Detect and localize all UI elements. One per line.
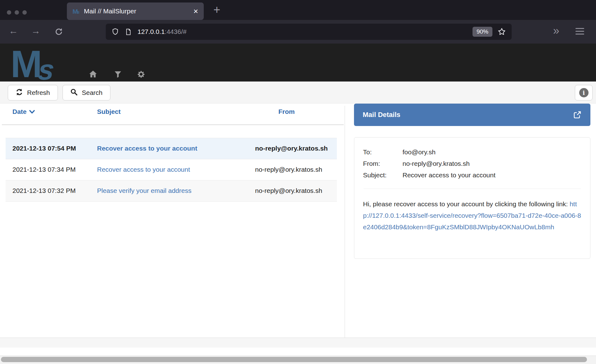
bottom-band bbox=[0, 338, 596, 348]
tab-close-icon[interactable]: × bbox=[193, 7, 198, 15]
url-port-path: :4436/# bbox=[165, 28, 187, 35]
window-dot-icon[interactable] bbox=[15, 10, 19, 15]
shield-icon[interactable] bbox=[111, 28, 119, 36]
page-icon[interactable] bbox=[125, 28, 132, 36]
window-controls[interactable] bbox=[7, 10, 27, 15]
table-row[interactable]: 2021-12-13 07:54 PM Recover access to yo… bbox=[6, 138, 337, 159]
new-tab-button[interactable]: + bbox=[213, 3, 220, 16]
filter-icon[interactable] bbox=[114, 70, 122, 80]
field-subject: Subject: Recover access to your account bbox=[363, 169, 581, 181]
mail-from: no-reply@ory.kratos.sh bbox=[248, 185, 337, 196]
url-bar[interactable]: 127.0.0.1:4436/# 90% bbox=[106, 24, 512, 40]
toolbar-overflow-icon[interactable]: » bbox=[553, 24, 559, 37]
details-divider bbox=[364, 189, 581, 189]
action-bar: Refresh Search i bbox=[0, 82, 596, 104]
subject-value: Recover access to your account bbox=[403, 169, 496, 181]
mail-details-title: Mail Details bbox=[363, 111, 400, 119]
search-button[interactable]: Search bbox=[63, 85, 110, 100]
mail-subject-link[interactable]: Recover access to your account bbox=[97, 166, 190, 173]
field-from: From: no-reply@ory.kratos.sh bbox=[363, 158, 581, 169]
from-value: no-reply@ory.kratos.sh bbox=[403, 158, 470, 169]
back-icon[interactable]: ← bbox=[9, 26, 18, 36]
mailslurper-logo[interactable]: Ms bbox=[11, 44, 54, 82]
to-label: To: bbox=[363, 146, 403, 158]
panel-divider bbox=[345, 106, 345, 348]
forward-icon[interactable]: → bbox=[31, 26, 40, 36]
tab-favicon-icon: Ms bbox=[72, 8, 80, 15]
column-header-from[interactable]: From bbox=[248, 108, 337, 115]
subject-label: Subject: bbox=[363, 169, 403, 181]
mail-details-header: Mail Details bbox=[354, 104, 590, 126]
horizontal-scrollbar-thumb[interactable] bbox=[1, 357, 587, 362]
from-label: From: bbox=[363, 158, 403, 169]
mail-from: no-reply@ory.kratos.sh bbox=[248, 164, 337, 175]
app-navbar: Ms bbox=[0, 44, 596, 82]
column-header-subject[interactable]: Subject bbox=[90, 108, 248, 115]
table-row[interactable]: 2021-12-13 07:34 PM Recover access to yo… bbox=[6, 159, 337, 180]
mail-body: Hi, please recover access to your accoun… bbox=[363, 198, 581, 233]
external-link-icon[interactable] bbox=[573, 110, 582, 119]
reload-icon[interactable] bbox=[54, 27, 63, 37]
bookmark-star-icon[interactable] bbox=[497, 27, 506, 36]
field-to: To: foo@ory.sh bbox=[363, 146, 581, 158]
refresh-icon bbox=[16, 88, 23, 97]
mail-date: 2021-12-13 07:54 PM bbox=[6, 143, 90, 154]
mail-list: 2021-12-13 07:54 PM Recover access to yo… bbox=[6, 138, 337, 202]
mail-list-header: Date Subject From bbox=[6, 108, 337, 115]
url-host: 127.0.0.1 bbox=[137, 28, 165, 35]
mail-body-text: Hi, please recover access to your accoun… bbox=[363, 200, 570, 208]
mail-subject: Recover access to your account bbox=[90, 143, 248, 154]
tab-title: Mail // MailSlurper bbox=[84, 7, 136, 15]
menu-icon[interactable] bbox=[575, 28, 584, 36]
home-icon[interactable] bbox=[88, 69, 98, 80]
screen: Ms Mail // MailSlurper × + ← → 127.0.0.1… bbox=[0, 0, 596, 364]
mail-subject-link[interactable]: Recover access to your account bbox=[97, 145, 197, 152]
mail-details-card: To: foo@ory.sh From: no-reply@ory.kratos… bbox=[354, 137, 590, 259]
gear-icon[interactable] bbox=[137, 70, 146, 80]
to-value: foo@ory.sh bbox=[403, 146, 435, 158]
browser-toolbar: ← → 127.0.0.1:4436/# 90% » bbox=[0, 20, 596, 44]
info-icon: i bbox=[579, 88, 589, 97]
mail-subject: Recover access to your account bbox=[90, 164, 248, 175]
column-header-date[interactable]: Date bbox=[6, 108, 90, 115]
mail-date: 2021-12-13 07:34 PM bbox=[6, 164, 90, 175]
browser-tabstrip: Ms Mail // MailSlurper × + bbox=[0, 0, 596, 20]
window-dot-icon[interactable] bbox=[22, 10, 27, 15]
refresh-button[interactable]: Refresh bbox=[8, 85, 58, 100]
mail-subject-link[interactable]: Please verify your email address bbox=[97, 187, 191, 194]
window-dot-icon[interactable] bbox=[7, 10, 11, 15]
mail-from: no-reply@ory.kratos.sh bbox=[248, 143, 337, 154]
search-icon bbox=[70, 88, 78, 97]
url-text[interactable]: 127.0.0.1:4436/# bbox=[137, 28, 187, 35]
header-divider bbox=[2, 124, 344, 125]
zoom-level-badge[interactable]: 90% bbox=[473, 27, 492, 37]
mail-subject: Please verify your email address bbox=[90, 185, 248, 196]
table-row[interactable]: 2021-12-13 07:32 PM Please verify your e… bbox=[6, 180, 337, 202]
sort-chevron-down-icon bbox=[29, 108, 35, 115]
info-button[interactable]: i bbox=[575, 85, 593, 100]
browser-tab[interactable]: Ms Mail // MailSlurper × bbox=[67, 2, 204, 20]
mail-date: 2021-12-13 07:32 PM bbox=[6, 185, 90, 196]
refresh-button-label: Refresh bbox=[27, 89, 50, 96]
search-button-label: Search bbox=[82, 89, 103, 96]
